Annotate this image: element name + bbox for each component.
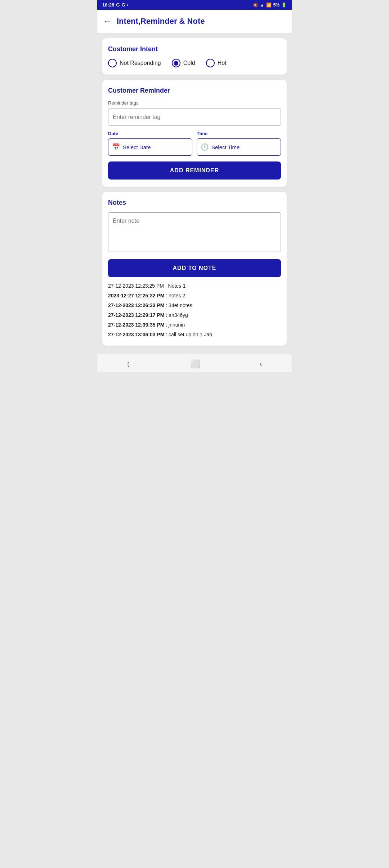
status-left: 18:28 G G • <box>102 2 129 8</box>
select-time-button[interactable]: 🕐 Select Time <box>197 138 281 156</box>
radio-hot <box>206 59 215 67</box>
nav-menu-icon[interactable]: ⫾ <box>127 359 131 369</box>
main-content: Customer Intent Not Responding Cold Hot … <box>97 33 292 351</box>
notes-card: Notes ADD TO NOTE 27-12-2023 12:23:25 PM… <box>102 192 287 346</box>
note-timestamp: 27-12-2023 12:23:25 PM <box>108 283 164 289</box>
radio-label-not-responding: Not Responding <box>120 60 161 66</box>
mute-icon: 🔇 <box>253 3 258 8</box>
nav-back-icon[interactable]: ‹ <box>259 359 262 369</box>
status-time: 18:28 <box>102 2 114 8</box>
note-timestamp: 27-12-2023 12:26:33 PM <box>108 302 164 308</box>
signal-icon: 📶 <box>266 3 272 8</box>
time-label: Time <box>197 131 281 136</box>
note-timestamp: 27-12-2023 12:39:35 PM <box>108 322 164 328</box>
radio-not-responding <box>108 59 117 67</box>
radio-label-hot: Hot <box>218 60 227 66</box>
radio-cold <box>172 59 180 67</box>
date-label: Date <box>108 131 192 136</box>
status-right: 🔇 ▲ 📶 5% 🔋 <box>253 3 287 8</box>
intent-radio-group: Not Responding Cold Hot <box>108 59 281 67</box>
battery-icon: 🔋 <box>281 3 287 8</box>
note-timestamp: 27-12-2023 13:06:03 PM <box>108 332 164 337</box>
note-item: 2023-12-27 12:25:32 PM : notes 2 <box>108 292 281 300</box>
nav-home-icon[interactable]: ⬜ <box>190 359 200 369</box>
calendar-icon: 📅 <box>112 143 120 151</box>
note-item: 27-12-2023 13:06:03 PM : call set up on … <box>108 331 281 338</box>
status-g1: G <box>116 2 120 8</box>
notes-list: 27-12-2023 12:23:25 PM : Notes-12023-12-… <box>108 282 281 338</box>
intent-cold[interactable]: Cold <box>172 59 195 67</box>
customer-intent-title: Customer Intent <box>108 45 281 53</box>
wifi-icon: ▲ <box>260 3 264 8</box>
date-placeholder: Select Date <box>123 144 151 150</box>
clock-icon: 🕐 <box>201 143 209 151</box>
note-timestamp: 2023-12-27 12:25:32 PM <box>108 293 164 298</box>
status-dot: • <box>127 2 129 8</box>
customer-intent-card: Customer Intent Not Responding Cold Hot <box>102 38 287 75</box>
reminder-tags-label: Reminder tags <box>108 100 281 106</box>
radio-label-cold: Cold <box>183 60 195 66</box>
back-button[interactable]: ← <box>103 16 112 26</box>
select-date-button[interactable]: 📅 Select Date <box>108 138 192 156</box>
note-item: 27-12-2023 12:26:33 PM : 34et notes <box>108 302 281 309</box>
date-time-row: Date 📅 Select Date Time 🕐 Select Time <box>108 131 281 156</box>
status-g2: G <box>121 2 125 8</box>
add-reminder-button[interactable]: ADD REMINDER <box>108 161 281 180</box>
nav-bar: ⫾ ⬜ ‹ <box>97 354 292 372</box>
note-item: 27-12-2023 12:29:17 PM : ah346yg <box>108 311 281 319</box>
status-bar: 18:28 G G • 🔇 ▲ 📶 5% 🔋 <box>97 0 292 10</box>
battery-percent: 5% <box>273 3 280 8</box>
note-item: 27-12-2023 12:23:25 PM : Notes-1 <box>108 282 281 290</box>
customer-reminder-title: Customer Reminder <box>108 87 281 94</box>
add-note-button[interactable]: ADD TO NOTE <box>108 259 281 277</box>
time-placeholder: Select Time <box>211 144 240 150</box>
note-item: 27-12-2023 12:39:35 PM : jnnunin <box>108 321 281 329</box>
header: ← Intent,Reminder & Note <box>97 10 292 33</box>
date-col: Date 📅 Select Date <box>108 131 192 156</box>
intent-hot[interactable]: Hot <box>206 59 227 67</box>
customer-reminder-card: Customer Reminder Reminder tags Date 📅 S… <box>102 80 287 187</box>
reminder-tag-input[interactable] <box>108 108 281 126</box>
note-timestamp: 27-12-2023 12:29:17 PM <box>108 312 164 318</box>
notes-title: Notes <box>108 199 281 207</box>
intent-not-responding[interactable]: Not Responding <box>108 59 161 67</box>
time-col: Time 🕐 Select Time <box>197 131 281 156</box>
note-input[interactable] <box>108 212 281 252</box>
page-title: Intent,Reminder & Note <box>117 17 205 26</box>
